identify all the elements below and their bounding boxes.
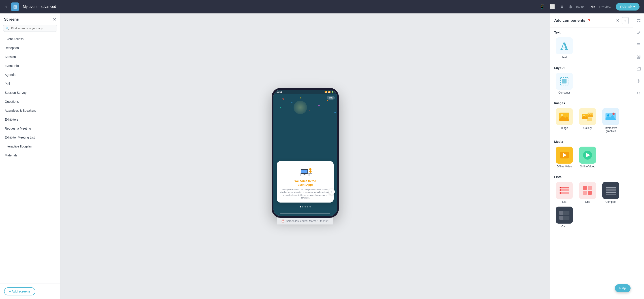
- card-illustration: [296, 165, 314, 177]
- grid-component[interactable]: Grid: [578, 182, 598, 203]
- images-section: Images Image: [550, 98, 633, 137]
- image-icon-box: [556, 108, 573, 125]
- sidebar-item-exhibitor-meeting-list[interactable]: Exhibitor Meeting List: [0, 133, 60, 142]
- dot-2[interactable]: [302, 206, 304, 208]
- phone-status-bar: 12:01 📶 📶 🔋: [274, 90, 337, 94]
- next-slide-button[interactable]: ›: [329, 189, 335, 195]
- database-toolbar-icon[interactable]: [634, 53, 643, 61]
- compact-label: Compact: [606, 200, 616, 203]
- svg-rect-56: [637, 21, 638, 22]
- svg-rect-5: [304, 174, 305, 175]
- images-section-title: Images: [554, 101, 629, 105]
- layout-toolbar-icon[interactable]: [634, 16, 643, 25]
- grid-icon-box: [579, 182, 596, 199]
- zoom-icon[interactable]: ⊕: [568, 4, 572, 9]
- sidebar-close-icon[interactable]: ✕: [53, 17, 56, 22]
- lists-section: Lists List: [550, 172, 633, 232]
- sidebar-nav: Event Access Reception Session Event Inf…: [0, 34, 60, 284]
- container-component[interactable]: Container: [554, 73, 574, 94]
- sidebar-search-box[interactable]: 🔍: [3, 25, 57, 32]
- settings-toolbar-icon[interactable]: [634, 77, 643, 85]
- svg-rect-57: [639, 21, 640, 22]
- desktop-icon[interactable]: 🖥: [560, 4, 564, 9]
- image-label: Image: [560, 126, 568, 130]
- sidebar-item-attendees-speakers[interactable]: Attendees & Speakers: [0, 106, 60, 115]
- skip-button[interactable]: Skip: [327, 96, 335, 100]
- image-component[interactable]: Image: [554, 108, 574, 133]
- compact-icon-box: [602, 182, 619, 199]
- svg-rect-46: [588, 191, 592, 195]
- sidebar-item-agenda[interactable]: Agenda: [0, 70, 60, 79]
- panel-close-icon[interactable]: ✕: [616, 18, 619, 23]
- sidebar-item-materials[interactable]: Materials: [0, 151, 60, 160]
- media-section-title: Media: [554, 140, 629, 143]
- list-component[interactable]: List: [554, 182, 574, 203]
- offline-video-label: Offline Video: [557, 165, 572, 168]
- mobile-icon[interactable]: 📱: [540, 4, 545, 9]
- sidebar-item-exhibitors[interactable]: Exhibitors: [0, 115, 60, 124]
- gallery-label: Gallery: [583, 126, 592, 130]
- grid-label: Grid: [585, 200, 590, 203]
- sidebar-item-poll[interactable]: Poll: [0, 79, 60, 88]
- sidebar-item-reception[interactable]: Reception: [0, 43, 60, 52]
- lines-toolbar-icon[interactable]: [634, 41, 643, 49]
- search-input[interactable]: [11, 27, 55, 30]
- add-screens-button[interactable]: + Add screens: [4, 287, 36, 296]
- images-components-grid: Image Gallery: [554, 108, 629, 133]
- home-icon[interactable]: ⌂: [4, 4, 7, 9]
- card-label: Card: [561, 225, 567, 228]
- list-svg-icon: [558, 184, 570, 197]
- image-svg-icon: [558, 110, 571, 123]
- svg-rect-26: [587, 117, 592, 121]
- online-video-icon-box: [579, 147, 596, 164]
- sidebar-item-request-meeting[interactable]: Request a Meeting: [0, 124, 60, 133]
- sidebar-item-event-info[interactable]: Event Info: [0, 61, 60, 70]
- text-section-title: Text: [554, 31, 629, 34]
- folder-toolbar-icon[interactable]: [634, 65, 643, 73]
- sidebar-item-interactive-floorplan[interactable]: Interactive floorplan: [0, 142, 60, 151]
- help-button[interactable]: Help: [615, 284, 630, 292]
- sidebar-item-session[interactable]: Session: [0, 52, 60, 61]
- main-layout: Screens ✕ 🔍 Event Access Reception Sessi…: [0, 13, 644, 299]
- sidebar-item-questions[interactable]: Questions: [0, 97, 60, 106]
- svg-rect-1: [300, 174, 301, 176]
- app-logo-icon: ▦: [11, 2, 19, 11]
- dot-1[interactable]: [300, 206, 301, 208]
- publish-button[interactable]: Publish ▾: [616, 3, 640, 10]
- preview-link[interactable]: Preview: [599, 5, 611, 9]
- screen-status-bar: ⏰ Screen last edited: March 13th 2023: [277, 218, 333, 225]
- welcome-card: Welcome to theEvent App! This app is mea…: [277, 161, 334, 203]
- panel-add-icon[interactable]: ＋: [622, 17, 629, 24]
- interactive-graphics-component[interactable]: Interactive graphics: [601, 108, 621, 133]
- compact-component[interactable]: Compact: [601, 182, 621, 203]
- card-svg-icon: [558, 209, 570, 221]
- sidebar-item-session-survey[interactable]: Session Survey: [0, 88, 60, 97]
- panel-title: Add components: [554, 18, 585, 23]
- text-component[interactable]: A Text: [554, 37, 574, 59]
- svg-rect-50: [606, 194, 616, 195]
- tablet-icon[interactable]: ⬜: [550, 4, 555, 9]
- invite-link[interactable]: Invite: [576, 5, 584, 9]
- help-circle-icon[interactable]: ❓: [587, 19, 591, 22]
- dot-4[interactable]: [307, 206, 308, 208]
- app-header: ⌂ ▦ My event - advanced 📱 ⬜ 🖥 ⊕ Invite E…: [0, 0, 644, 13]
- phone-preview: 12:01 📶 📶 🔋: [272, 88, 339, 218]
- phone-home-indicator: [280, 214, 330, 214]
- dot-3[interactable]: [304, 206, 306, 208]
- brush-toolbar-icon[interactable]: [634, 29, 643, 37]
- edit-link[interactable]: Edit: [588, 5, 595, 9]
- online-video-component[interactable]: Online Video: [578, 147, 598, 168]
- gallery-component[interactable]: Gallery: [578, 108, 598, 133]
- svg-point-61: [637, 55, 640, 56]
- offline-video-icon-box: [556, 147, 573, 164]
- search-icon: 🔍: [6, 26, 10, 30]
- code-toolbar-icon[interactable]: [634, 89, 643, 97]
- card-component[interactable]: Card: [554, 207, 574, 228]
- offline-video-component[interactable]: Offline Video: [554, 147, 574, 168]
- sidebar-item-event-access[interactable]: Event Access: [0, 34, 60, 43]
- components-panel: Add components ❓ ✕ ＋ Text A Text La: [550, 13, 644, 299]
- svg-rect-16: [562, 79, 566, 83]
- gallery-svg-icon: [581, 110, 594, 123]
- container-svg-icon: [559, 76, 570, 87]
- dot-5[interactable]: [310, 206, 311, 208]
